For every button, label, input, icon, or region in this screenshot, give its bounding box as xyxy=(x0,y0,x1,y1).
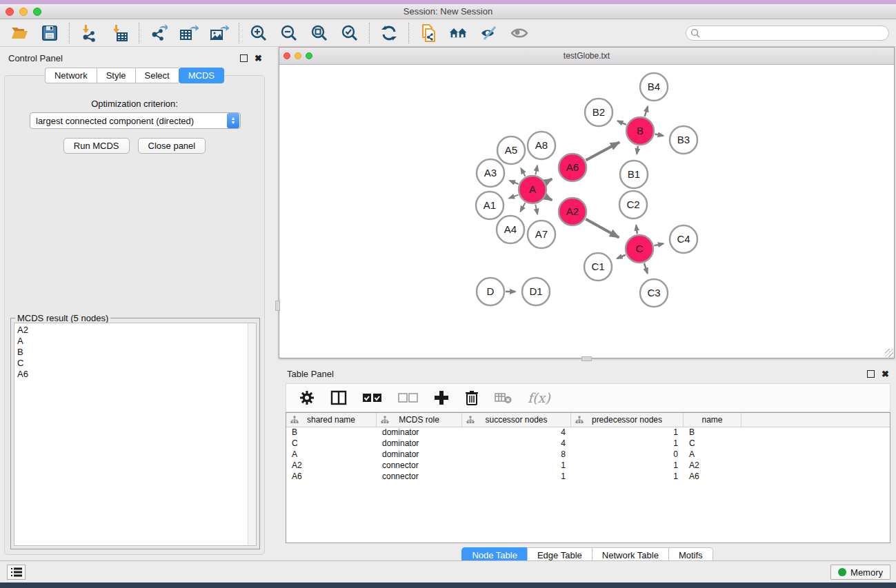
edge-A-A5[interactable] xyxy=(521,168,525,176)
graph-node-B3[interactable]: B3 xyxy=(670,126,697,154)
import-network-icon[interactable] xyxy=(79,23,99,43)
clone-network-icon[interactable] xyxy=(419,23,438,43)
task-history-button[interactable] xyxy=(7,565,26,580)
mcds-result-item[interactable]: B xyxy=(17,347,256,358)
edge-B-B4[interactable] xyxy=(645,107,648,116)
deselect-all-rows-icon[interactable] xyxy=(398,389,419,407)
graph-node-A2[interactable]: A2 xyxy=(559,198,586,225)
graph-node-D1[interactable]: D1 xyxy=(522,278,550,305)
mcds-result-item[interactable]: A xyxy=(17,336,256,347)
zoom-out-icon[interactable] xyxy=(279,23,299,43)
table-row[interactable]: A6connector11A6 xyxy=(286,472,890,483)
edge-A-A1[interactable] xyxy=(509,195,518,199)
edge-B-B3[interactable] xyxy=(655,134,664,135)
table-row[interactable]: A2connector11A2 xyxy=(286,460,890,472)
graph-node-A7[interactable]: A7 xyxy=(528,221,555,248)
export-network-icon[interactable] xyxy=(149,23,168,43)
mcds-result-item[interactable]: A2 xyxy=(17,325,256,336)
table-panel-header: Table Panel ✖ xyxy=(279,363,896,385)
graph-node-C1[interactable]: C1 xyxy=(584,253,612,281)
edge-B-B2[interactable] xyxy=(617,121,626,125)
save-session-icon[interactable] xyxy=(40,23,59,43)
edge-B-B1[interactable] xyxy=(637,146,638,154)
memory-button[interactable]: Memory xyxy=(830,565,890,580)
graph-node-A3[interactable]: A3 xyxy=(477,159,504,187)
refresh-icon[interactable] xyxy=(379,23,399,43)
graph-node-A5[interactable]: A5 xyxy=(497,136,525,164)
hide-selected-icon[interactable] xyxy=(479,23,499,43)
graph-node-C4[interactable]: C4 xyxy=(670,225,697,253)
scrollbar-track[interactable] xyxy=(248,323,256,545)
column-header-name[interactable]: name xyxy=(684,413,741,427)
graph-node-B1[interactable]: B1 xyxy=(620,161,648,188)
graph-node-A4[interactable]: A4 xyxy=(497,216,524,243)
splitter-handle-vertical[interactable] xyxy=(275,301,280,311)
tab-select[interactable]: Select xyxy=(135,68,179,83)
first-neighbors-icon[interactable] xyxy=(449,23,468,43)
add-column-icon[interactable] xyxy=(434,389,449,407)
export-image-icon[interactable] xyxy=(210,23,229,43)
column-header-predecessor-nodes[interactable]: predecessor nodes xyxy=(571,413,684,427)
node-table[interactable]: shared nameMCDS rolesuccessor nodesprede… xyxy=(286,412,890,543)
mcds-result-item[interactable]: C xyxy=(17,358,256,369)
delete-table-icon[interactable] xyxy=(495,389,512,407)
graph-node-D[interactable]: D xyxy=(477,278,504,305)
zoom-in-icon[interactable] xyxy=(249,23,268,43)
open-file-icon[interactable] xyxy=(10,23,29,43)
zoom-selected-icon[interactable] xyxy=(340,23,359,43)
edge-C-C2[interactable] xyxy=(636,225,637,234)
graph-node-C2[interactable]: C2 xyxy=(619,191,647,219)
column-header-successor-nodes[interactable]: successor nodes xyxy=(462,413,571,427)
table-row[interactable]: Bdominator41B xyxy=(286,427,890,438)
edge-A-A8[interactable] xyxy=(535,165,537,174)
table-row[interactable]: Adominator80A xyxy=(286,449,890,460)
graph-node-B2[interactable]: B2 xyxy=(585,99,613,126)
edge-A-A7[interactable] xyxy=(535,205,537,214)
graph-node-B[interactable]: B xyxy=(626,117,654,145)
close-panel-icon[interactable]: ✖ xyxy=(255,54,262,62)
graph-node-A6[interactable]: A6 xyxy=(559,154,586,181)
splitter-handle-horizontal[interactable] xyxy=(581,356,592,361)
run-mcds-button[interactable]: Run MCDS xyxy=(63,138,130,154)
graph-node-B4[interactable]: B4 xyxy=(640,73,668,101)
import-table-icon[interactable] xyxy=(110,23,129,43)
select-all-rows-icon[interactable] xyxy=(362,389,383,407)
edge-A6-B[interactable] xyxy=(586,142,619,160)
column-visibility-icon[interactable] xyxy=(330,389,347,407)
edge-C-C4[interactable] xyxy=(654,243,663,245)
float-panel-icon[interactable] xyxy=(240,54,248,62)
show-all-icon[interactable] xyxy=(510,23,529,43)
search-input[interactable] xyxy=(686,26,889,41)
edge-C-C3[interactable] xyxy=(644,263,648,274)
tab-style[interactable]: Style xyxy=(97,68,135,83)
graph-node-A8[interactable]: A8 xyxy=(528,132,555,159)
delete-column-icon[interactable] xyxy=(464,389,479,407)
mcds-result-list[interactable]: A2ABCA6 xyxy=(14,323,257,546)
close-table-panel-icon[interactable]: ✖ xyxy=(882,370,889,378)
graph-node-C3[interactable]: C3 xyxy=(640,279,668,307)
edge-A-A4[interactable] xyxy=(520,203,525,211)
float-table-panel-icon[interactable] xyxy=(867,370,875,378)
edge-A-A2[interactable] xyxy=(546,197,552,201)
edge-A-A3[interactable] xyxy=(510,181,519,184)
apply-function-icon[interactable]: f(x) xyxy=(528,389,550,407)
export-table-icon[interactable] xyxy=(179,23,199,43)
edge-C-C1[interactable] xyxy=(617,255,626,258)
criterion-dropdown[interactable]: largest connected component (directed) ▲… xyxy=(30,112,241,129)
table-row[interactable]: Cdominator41C xyxy=(286,438,890,449)
mcds-result-item[interactable]: A6 xyxy=(17,369,256,380)
column-header-shared-name[interactable]: shared name xyxy=(286,413,377,427)
table-settings-gear-icon[interactable] xyxy=(299,389,315,407)
tab-mcds[interactable]: MCDS xyxy=(179,68,224,83)
tab-network[interactable]: Network xyxy=(45,68,97,83)
column-header-MCDS-role[interactable]: MCDS role xyxy=(377,413,462,427)
zoom-fit-icon[interactable] xyxy=(310,23,329,43)
edge-A-A6[interactable] xyxy=(546,179,552,182)
edge-A2-C[interactable] xyxy=(586,219,619,238)
resize-grip-icon[interactable] xyxy=(885,349,893,357)
graph-node-A[interactable]: A xyxy=(519,176,546,203)
close-panel-button[interactable]: Close panel xyxy=(138,138,206,154)
network-canvas[interactable]: AA1A3A5A8A4A7A6A2BB2B4B3B1CC2C4C1C3DD1 xyxy=(279,65,894,358)
graph-node-A1[interactable]: A1 xyxy=(476,192,504,219)
graph-node-C[interactable]: C xyxy=(626,235,653,263)
